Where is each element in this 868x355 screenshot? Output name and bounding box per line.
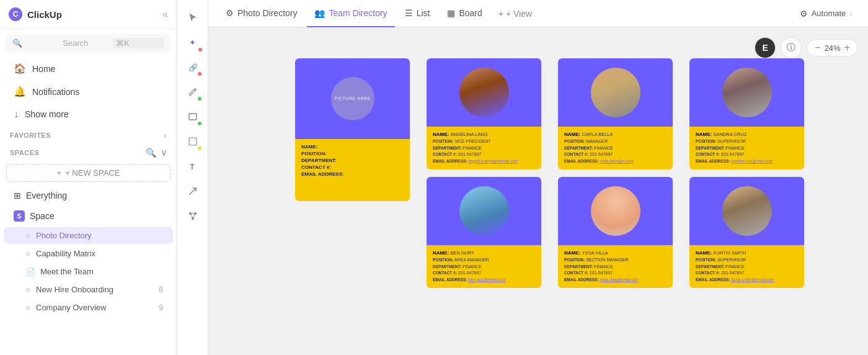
tab-list[interactable]: ☰ List [397, 0, 438, 27]
svg-line-11 [190, 213, 193, 218]
svg-line-12 [193, 213, 195, 218]
list-tab-label: List [417, 8, 430, 18]
link-dot [198, 72, 202, 76]
drawing-toolbar: ✦ 🔗 T [177, 0, 208, 355]
avatar-kurtis [722, 186, 772, 236]
sidebar-item-capability-matrix[interactable]: Capability Matrix [4, 245, 173, 262]
svg-rect-4 [189, 114, 197, 120]
rectangle-tool[interactable] [182, 106, 204, 128]
tab-team-directory[interactable]: 👥 Team Directory [307, 0, 394, 27]
onboarding-count: 8 [159, 285, 163, 294]
main-content: ⚙ Photo Directory 👥 Team Directory ☰ Lis… [208, 0, 868, 355]
photo-directory-label: Photo Directory [36, 231, 92, 240]
cursor-tool[interactable] [182, 6, 204, 29]
angelina-name: NAME: ANGELINA LANG [433, 132, 535, 137]
sticky-dot [198, 146, 202, 150]
sub-dot-capability [26, 252, 30, 256]
sidebar: C ClickUp « 🔍 Search ⌘K 🏠 Home 🔔 Notific… [0, 0, 177, 355]
sidebar-header: C ClickUp « [0, 0, 177, 29]
add-view-label: + View [506, 9, 532, 19]
carla-name: NAME: CARLA BELLA [564, 132, 666, 137]
person-card-kurtis: NAME: KURTIS SMITH POSITION: SUPERVISOR … [689, 177, 804, 288]
sidebar-item-home[interactable]: 🏠 Home [4, 58, 173, 79]
team-dir-tab-icon: 👥 [314, 8, 325, 18]
favorites-expand-icon[interactable]: › [164, 132, 167, 139]
user-initial: E [763, 43, 768, 53]
app-name: ClickUp [27, 9, 62, 20]
info-button[interactable]: ⓘ [781, 37, 802, 58]
svg-text:✦: ✦ [189, 38, 196, 47]
svg-text:T: T [190, 162, 195, 171]
sidebar-item-company-overview[interactable]: Company Overview 9 [4, 299, 173, 316]
link-tool[interactable]: 🔗 [182, 56, 204, 78]
zoom-in-button[interactable]: + [844, 42, 850, 53]
new-space-button[interactable]: + + NEW SPACE [6, 164, 170, 182]
person-card-ben: NAME: BEN GURT POSITION: AREA MANAGER DE… [427, 177, 541, 288]
template-contact-field: CONTACT #: [301, 164, 404, 170]
sub-dot-photo [26, 234, 30, 238]
carla-details: POSITION: MANAGER DEPARTMENT: FINANCE CO… [564, 138, 666, 164]
board-tab-label: Board [459, 8, 482, 18]
space-badge: S [14, 210, 25, 222]
space-label: Space [30, 211, 55, 221]
template-name-field: NAME: [301, 144, 404, 150]
avatar-yssa [591, 186, 640, 236]
new-hire-onboarding-label: New Hire Onboarding [36, 285, 113, 294]
capability-matrix-label: Capability Matrix [36, 249, 95, 258]
sticky-tool[interactable] [182, 130, 204, 153]
avatar-carla [591, 68, 640, 117]
search-spaces-icon[interactable]: 🔍 [146, 148, 157, 158]
pencil-tool[interactable] [182, 81, 204, 103]
plus-view-icon: + [498, 9, 503, 19]
spaces-actions: 🔍 ∨ [146, 148, 167, 158]
bell-icon: 🔔 [14, 86, 26, 97]
sub-dot-company [26, 306, 30, 310]
plus-icon: + [57, 168, 62, 178]
avatar-sandra [722, 68, 772, 117]
collapse-sidebar-button[interactable]: « [162, 9, 168, 20]
zoom-out-button[interactable]: − [815, 42, 820, 53]
home-label: Home [32, 64, 55, 74]
automate-button[interactable]: ⚙ Automate › [794, 6, 858, 21]
sidebar-item-photo-directory[interactable]: Photo Directory [4, 227, 173, 244]
tab-board[interactable]: ▦ Board [440, 0, 489, 27]
connect-tool[interactable] [182, 205, 204, 227]
document-icon: 📄 [26, 267, 35, 276]
sidebar-item-everything[interactable]: ⊞ Everything [4, 186, 173, 205]
sidebar-item-notifications[interactable]: 🔔 Notifications [4, 81, 173, 102]
search-icon: 🔍 [12, 38, 58, 48]
zoom-control: − 24% + [807, 39, 858, 56]
favorites-label: FAVORITES [10, 132, 51, 139]
arrow-tool[interactable] [182, 180, 204, 202]
person-card-carla: NAME: CARLA BELLA POSITION: MANAGER DEPA… [558, 58, 673, 169]
avatar-angelina [459, 68, 509, 117]
avatar-ben [459, 186, 509, 236]
search-placeholder: Search [63, 38, 108, 48]
sidebar-item-space[interactable]: S Space [4, 206, 173, 226]
person-card-sandra: NAME: SANDRA CRUZ POSITION: SUPERVISOR D… [689, 58, 804, 169]
automate-icon: ⚙ [800, 9, 808, 19]
angelina-details: POSITION: VICE PRESIDENT DEPARTMENT: FIN… [433, 138, 535, 164]
tabs-bar: ⚙ Photo Directory 👥 Team Directory ☰ Lis… [208, 0, 868, 27]
spaces-label: SPACES [10, 149, 39, 156]
magic-tool[interactable]: ✦ [182, 31, 204, 53]
user-avatar-button[interactable]: E [755, 37, 776, 58]
canvas-area: E ⓘ − 24% + PICTURE HERE NAME: [208, 27, 868, 355]
expand-spaces-icon[interactable]: ∨ [161, 148, 167, 158]
sidebar-item-new-hire-onboarding[interactable]: New Hire Onboarding 8 [4, 281, 173, 298]
sidebar-item-show-more[interactable]: ↓ Show more [4, 104, 173, 125]
company-count: 9 [159, 303, 163, 312]
tab-photo-directory[interactable]: ⚙ Photo Directory [218, 0, 304, 27]
sidebar-item-meet-the-team[interactable]: 📄 Meet the Team [4, 263, 173, 280]
add-view-button[interactable]: + + View [492, 9, 538, 19]
search-bar[interactable]: 🔍 Search ⌘K [6, 34, 170, 52]
svg-rect-5 [189, 138, 197, 145]
search-shortcut: ⌘K [113, 38, 164, 48]
template-card: PICTURE HERE NAME: POSITION: DEPARTMENT:… [295, 58, 410, 201]
text-tool[interactable]: T [182, 155, 204, 178]
ben-name: NAME: BEN GURT [433, 250, 535, 256]
company-overview-label: Company Overview [36, 303, 106, 312]
board-tab-icon: ▦ [447, 8, 455, 18]
kurtis-details: POSITION: SUPERVISOR DEPARTMENT: FINANCE… [696, 257, 798, 283]
yssa-name: NAME: YSSA VILLA [564, 250, 666, 256]
